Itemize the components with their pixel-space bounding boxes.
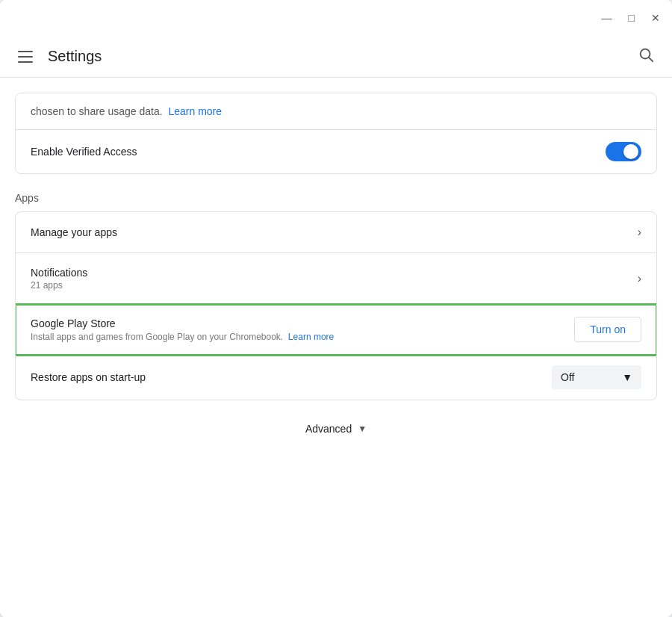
top-section: chosen to share usage data. Learn more E… xyxy=(15,93,657,174)
main-content: chosen to share usage data. Learn more E… xyxy=(0,78,672,617)
search-icon xyxy=(638,46,654,63)
restore-apps-row: Restore apps on start-up Off ▼ xyxy=(16,355,656,400)
play-store-description: Install apps and games from Google Play … xyxy=(31,332,559,342)
manage-apps-label: Manage your apps xyxy=(31,226,117,238)
notifications-chevron-icon: › xyxy=(638,272,641,285)
header-left: Settings xyxy=(15,48,102,66)
maximize-button[interactable]: □ xyxy=(627,10,636,25)
notifications-info: Notifications 21 apps xyxy=(31,267,87,291)
svg-line-1 xyxy=(650,58,653,62)
play-store-info: Google Play Store Install apps and games… xyxy=(31,317,559,342)
play-store-title: Google Play Store xyxy=(31,317,559,329)
toggle-track xyxy=(606,142,641,161)
play-store-learn-more-link[interactable]: Learn more xyxy=(288,332,334,342)
verified-access-label: Enable Verified Access xyxy=(31,146,137,158)
notifications-label: Notifications xyxy=(31,267,87,279)
search-button[interactable] xyxy=(635,43,657,69)
close-button[interactable]: ✕ xyxy=(650,10,662,25)
menu-icon[interactable] xyxy=(15,48,36,66)
window-controls: — □ ✕ xyxy=(600,10,662,25)
advanced-label: Advanced xyxy=(305,423,352,435)
apps-section-heading: Apps xyxy=(15,174,657,211)
chevron-right-icon: › xyxy=(638,226,641,239)
settings-window: — □ ✕ Settings chosen to share usage d xyxy=(0,0,672,617)
svg-point-0 xyxy=(641,49,650,59)
learn-more-link-top[interactable]: Learn more xyxy=(168,105,222,117)
partial-text: chosen to share usage data. xyxy=(31,105,163,117)
toggle-thumb xyxy=(623,144,638,159)
notifications-row[interactable]: Notifications 21 apps › xyxy=(16,253,656,305)
apps-section-card: Manage your apps › Notifications 21 apps… xyxy=(15,211,657,400)
header: Settings xyxy=(0,36,672,78)
play-store-desc-text: Install apps and games from Google Play … xyxy=(31,332,283,342)
manage-apps-row[interactable]: Manage your apps › xyxy=(16,212,656,253)
page-title: Settings xyxy=(48,48,102,65)
title-bar: — □ ✕ xyxy=(0,0,672,36)
restore-apps-value: Off xyxy=(561,371,574,383)
partial-text-row: chosen to share usage data. Learn more xyxy=(16,93,656,130)
restore-apps-select[interactable]: Off ▼ xyxy=(552,365,641,389)
turn-on-button[interactable]: Turn on xyxy=(574,317,641,342)
minimize-button[interactable]: — xyxy=(600,10,614,25)
advanced-section[interactable]: Advanced ▼ xyxy=(15,400,657,450)
notifications-subtitle: 21 apps xyxy=(31,280,87,291)
restore-dropdown-chevron-icon: ▼ xyxy=(622,371,632,383)
advanced-chevron-icon: ▼ xyxy=(358,424,367,434)
restore-apps-label: Restore apps on start-up xyxy=(31,371,146,383)
play-store-row: Google Play Store Install apps and games… xyxy=(16,305,656,355)
verified-access-toggle[interactable] xyxy=(606,142,641,161)
verified-access-row: Enable Verified Access xyxy=(16,130,656,173)
